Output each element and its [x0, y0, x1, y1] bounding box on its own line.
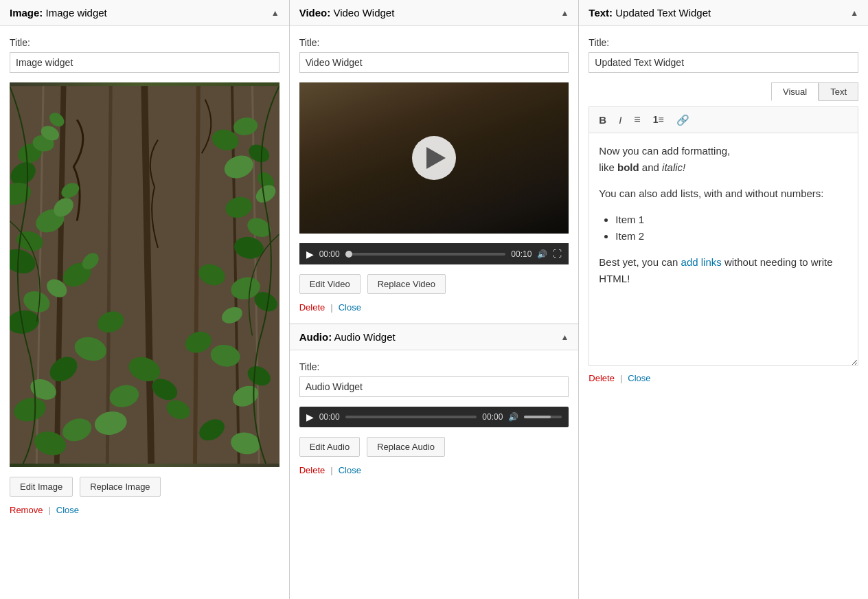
video-progress-thumb: [345, 251, 352, 258]
video-panel-title: Video: Video Widget: [299, 7, 395, 19]
resize-handle[interactable]: ⌟: [852, 356, 856, 364]
text-panel-body: Title: Visual Text B I ≡ 1≡ 🔗 Now you ca…: [579, 26, 868, 599]
image-panel-header: Image: Image widget ▲: [0, 0, 289, 26]
ol-button[interactable]: 1≡: [649, 112, 668, 127]
image-link-row: Remove | Close: [10, 505, 279, 515]
image-preview: [10, 82, 279, 467]
video-panel-header: Video: Video Widget ▲: [290, 0, 579, 26]
tab-text[interactable]: Text: [819, 82, 858, 101]
text-title-label: Title:: [589, 37, 858, 48]
video-progress[interactable]: [345, 253, 506, 256]
audio-time-start: 00:00: [319, 412, 340, 422]
play-triangle-icon: [426, 147, 446, 169]
video-title-label: Title:: [299, 37, 569, 48]
image-panel-prefix: Image:: [10, 7, 43, 19]
video-play-large[interactable]: [412, 136, 456, 180]
editor-list-item-2: Item 2: [615, 228, 848, 245]
audio-btn-row: Edit Audio Replace Audio: [299, 437, 569, 457]
video-preview: [299, 82, 569, 234]
video-controls[interactable]: ▶ 00:00 00:10 🔊 ⛶: [299, 243, 569, 264]
video-fullscreen-btn[interactable]: ⛶: [553, 249, 562, 259]
audio-panel-prefix: Audio:: [299, 331, 332, 343]
delete-audio-link[interactable]: Delete: [299, 465, 326, 475]
audio-link-sep: |: [330, 465, 332, 475]
audio-panel-title-text: Audio Widget: [334, 331, 396, 343]
audio-panel: Audio: Audio Widget ▲ Title: ▶ 00:00 00:…: [290, 324, 579, 599]
editor-para-1: Now you can add formatting, like bold an…: [599, 143, 848, 176]
image-panel-title: Image: Image widget: [10, 7, 107, 19]
editor-content[interactable]: Now you can add formatting, like bold an…: [589, 133, 858, 366]
audio-title-input[interactable]: [299, 376, 569, 397]
replace-video-button[interactable]: Replace Video: [367, 274, 446, 294]
edit-audio-button[interactable]: Edit Audio: [299, 437, 361, 457]
video-link-sep: |: [330, 302, 332, 313]
video-play-btn[interactable]: ▶: [306, 249, 314, 259]
remove-image-link[interactable]: Remove: [10, 505, 43, 515]
video-time-start: 00:00: [319, 249, 340, 259]
audio-link-row: Delete | Close: [299, 465, 569, 475]
image-panel: Image: Image widget ▲ Title:: [0, 0, 290, 599]
image-panel-collapse[interactable]: ▲: [271, 8, 279, 18]
ivy-image: [10, 82, 279, 467]
audio-volume-slider[interactable]: [524, 416, 562, 418]
close-image-link[interactable]: Close: [56, 505, 79, 515]
editor-text-1a: Now you can add formatting,: [599, 145, 730, 157]
audio-volume-icon[interactable]: 🔊: [508, 412, 518, 422]
bold-button[interactable]: B: [595, 112, 610, 128]
image-title-input[interactable]: [10, 52, 279, 73]
video-btn-row: Edit Video Replace Video: [299, 274, 569, 294]
editor-list-item-1: Item 1: [615, 212, 848, 228]
text-link-row: Delete | Close: [589, 373, 858, 383]
bold-text: bold: [617, 161, 639, 173]
audio-time-end: 00:00: [482, 412, 503, 422]
text-panel-title-text: Updated Text Widget: [615, 7, 711, 19]
audio-panel-title: Audio: Audio Widget: [299, 331, 396, 343]
delete-video-link[interactable]: Delete: [299, 302, 326, 313]
text-panel-header: Text: Updated Text Widget ▲: [579, 0, 868, 26]
video-panel-prefix: Video:: [299, 7, 331, 19]
audio-play-btn[interactable]: ▶: [306, 412, 314, 422]
video-title-input[interactable]: [299, 52, 569, 73]
tab-visual[interactable]: Visual: [771, 82, 819, 101]
replace-image-button[interactable]: Replace Image: [80, 477, 160, 497]
image-panel-title-text: Image widget: [46, 7, 107, 19]
edit-video-button[interactable]: Edit Video: [299, 274, 361, 294]
close-audio-link[interactable]: Close: [339, 465, 361, 475]
audio-controls[interactable]: ▶ 00:00 00:00 🔊: [299, 407, 569, 427]
audio-progress[interactable]: [345, 416, 477, 418]
editor-text-1b: like bold and italic!: [599, 161, 685, 173]
text-link-sep: |: [620, 373, 622, 383]
image-btn-row: Edit Image Replace Image: [10, 477, 279, 497]
text-panel: Text: Updated Text Widget ▲ Title: Visua…: [579, 0, 868, 599]
audio-panel-body: Title: ▶ 00:00 00:00 🔊 Ed: [290, 350, 579, 486]
text-panel-collapse[interactable]: ▲: [850, 8, 858, 18]
delete-text-link[interactable]: Delete: [589, 373, 615, 383]
video-panel-body: Title: ▶ 00:00 00:10: [290, 26, 579, 324]
ul-button[interactable]: ≡: [630, 111, 644, 128]
video-time-end: 00:10: [511, 249, 532, 259]
editor-list: Item 1 Item 2: [615, 212, 848, 245]
video-volume-icon[interactable]: 🔊: [537, 249, 547, 259]
link-button[interactable]: 🔗: [672, 112, 694, 128]
video-panel: Video: Video Widget ▲ Title: ▶: [290, 0, 579, 324]
add-links-link[interactable]: add links: [681, 256, 722, 268]
text-panel-title: Text: Updated Text Widget: [589, 7, 711, 19]
editor-para-3: Best yet, you can add links without need…: [599, 254, 848, 287]
close-video-link[interactable]: Close: [339, 302, 361, 313]
audio-panel-header: Audio: Audio Widget ▲: [290, 324, 579, 350]
audio-volume-fill: [524, 416, 551, 418]
text-title-input[interactable]: [589, 52, 858, 73]
replace-audio-button[interactable]: Replace Audio: [367, 437, 445, 457]
image-panel-body: Title:: [0, 26, 289, 599]
video-panel-collapse[interactable]: ▲: [560, 8, 569, 18]
editor-tabs: Visual Text: [589, 82, 858, 101]
edit-image-button[interactable]: Edit Image: [10, 477, 73, 497]
close-text-link[interactable]: Close: [628, 373, 650, 383]
audio-panel-collapse[interactable]: ▲: [560, 332, 569, 342]
editor-para-2: You can also add lists, with and without…: [599, 185, 848, 202]
video-panel-title-text: Video Widget: [333, 7, 394, 19]
editor-toolbar: B I ≡ 1≡ 🔗: [589, 106, 858, 133]
editor-text-3a: Best yet, you can: [599, 256, 681, 268]
image-title-label: Title:: [10, 37, 279, 48]
italic-button[interactable]: I: [615, 112, 626, 128]
